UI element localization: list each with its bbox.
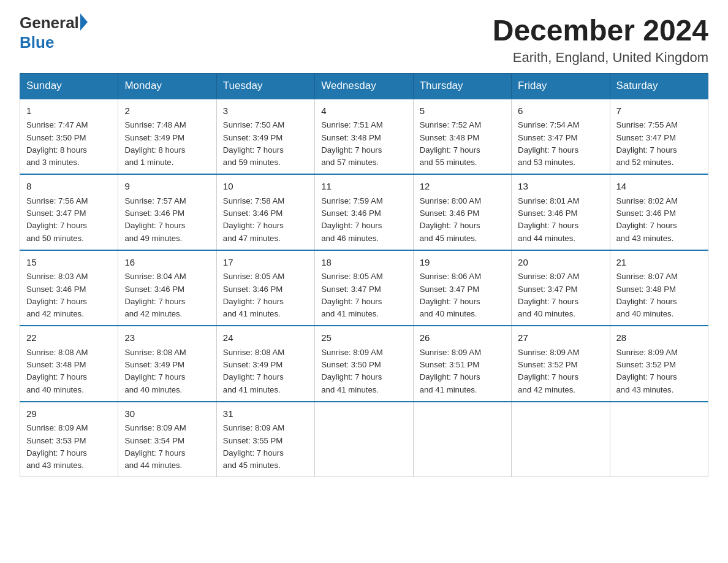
calendar-cell: 26Sunrise: 8:09 AMSunset: 3:51 PMDayligh… bbox=[413, 326, 511, 402]
calendar-cell: 20Sunrise: 8:07 AMSunset: 3:47 PMDayligh… bbox=[512, 250, 610, 326]
day-info: Sunrise: 7:58 AMSunset: 3:46 PMDaylight:… bbox=[223, 196, 284, 243]
day-number: 9 bbox=[124, 180, 210, 194]
calendar-table: SundayMondayTuesdayWednesdayThursdayFrid… bbox=[20, 73, 708, 478]
calendar-cell: 17Sunrise: 8:05 AMSunset: 3:46 PMDayligh… bbox=[216, 250, 314, 326]
day-info: Sunrise: 8:02 AMSunset: 3:46 PMDaylight:… bbox=[616, 196, 678, 243]
day-number: 12 bbox=[420, 180, 505, 194]
header-day-sunday: Sunday bbox=[20, 73, 118, 99]
day-number: 24 bbox=[223, 331, 308, 345]
day-number: 26 bbox=[420, 331, 505, 345]
calendar-cell: 3Sunrise: 7:50 AMSunset: 3:49 PMDaylight… bbox=[216, 99, 314, 175]
day-info: Sunrise: 8:09 AMSunset: 3:50 PMDaylight:… bbox=[321, 348, 382, 394]
calendar-cell: 24Sunrise: 8:08 AMSunset: 3:49 PMDayligh… bbox=[216, 326, 314, 402]
day-info: Sunrise: 7:54 AMSunset: 3:47 PMDaylight:… bbox=[518, 120, 579, 167]
calendar-cell bbox=[512, 402, 610, 477]
day-info: Sunrise: 8:08 AMSunset: 3:49 PMDaylight:… bbox=[124, 348, 186, 394]
calendar-cell: 2Sunrise: 7:48 AMSunset: 3:49 PMDaylight… bbox=[118, 99, 216, 175]
calendar-cell: 13Sunrise: 8:01 AMSunset: 3:46 PMDayligh… bbox=[512, 174, 610, 250]
day-number: 25 bbox=[321, 331, 406, 345]
day-info: Sunrise: 8:07 AMSunset: 3:48 PMDaylight:… bbox=[616, 272, 678, 318]
day-info: Sunrise: 8:01 AMSunset: 3:46 PMDaylight:… bbox=[518, 196, 579, 243]
day-info: Sunrise: 7:55 AMSunset: 3:47 PMDaylight:… bbox=[616, 120, 678, 167]
calendar-cell: 31Sunrise: 8:09 AMSunset: 3:55 PMDayligh… bbox=[216, 402, 314, 477]
logo-triangle-icon bbox=[80, 13, 88, 31]
calendar-cell: 10Sunrise: 7:58 AMSunset: 3:46 PMDayligh… bbox=[216, 174, 314, 250]
day-number: 19 bbox=[420, 256, 505, 270]
calendar-cell: 22Sunrise: 8:08 AMSunset: 3:48 PMDayligh… bbox=[20, 326, 118, 402]
calendar-cell: 19Sunrise: 8:06 AMSunset: 3:47 PMDayligh… bbox=[413, 250, 511, 326]
calendar-cell: 18Sunrise: 8:05 AMSunset: 3:47 PMDayligh… bbox=[315, 250, 413, 326]
day-number: 7 bbox=[616, 104, 702, 118]
day-number: 13 bbox=[518, 180, 603, 194]
day-info: Sunrise: 7:51 AMSunset: 3:48 PMDaylight:… bbox=[321, 120, 382, 167]
page-header: General Blue December 2024 Earith, Engla… bbox=[20, 15, 708, 66]
logo: General Blue bbox=[20, 15, 88, 50]
calendar-cell: 15Sunrise: 8:03 AMSunset: 3:46 PMDayligh… bbox=[20, 250, 118, 326]
day-number: 29 bbox=[26, 407, 112, 421]
calendar-cell: 6Sunrise: 7:54 AMSunset: 3:47 PMDaylight… bbox=[512, 99, 610, 175]
calendar-cell: 23Sunrise: 8:08 AMSunset: 3:49 PMDayligh… bbox=[118, 326, 216, 402]
day-number: 10 bbox=[223, 180, 308, 194]
calendar-cell: 29Sunrise: 8:09 AMSunset: 3:53 PMDayligh… bbox=[20, 402, 118, 477]
day-info: Sunrise: 7:56 AMSunset: 3:47 PMDaylight:… bbox=[26, 196, 88, 243]
logo-blue: Blue bbox=[20, 33, 54, 52]
header-day-friday: Friday bbox=[512, 73, 610, 99]
calendar-cell bbox=[315, 402, 413, 477]
day-number: 5 bbox=[420, 104, 505, 118]
calendar-cell bbox=[413, 402, 511, 477]
calendar-cell: 28Sunrise: 8:09 AMSunset: 3:52 PMDayligh… bbox=[610, 326, 708, 402]
day-info: Sunrise: 8:05 AMSunset: 3:47 PMDaylight:… bbox=[321, 272, 382, 318]
day-number: 15 bbox=[26, 256, 112, 270]
week-row-2: 8Sunrise: 7:56 AMSunset: 3:47 PMDaylight… bbox=[20, 174, 708, 250]
calendar-cell: 5Sunrise: 7:52 AMSunset: 3:48 PMDaylight… bbox=[413, 99, 511, 175]
calendar-cell: 14Sunrise: 8:02 AMSunset: 3:46 PMDayligh… bbox=[610, 174, 708, 250]
calendar-cell: 7Sunrise: 7:55 AMSunset: 3:47 PMDaylight… bbox=[610, 99, 708, 175]
calendar-cell: 21Sunrise: 8:07 AMSunset: 3:48 PMDayligh… bbox=[610, 250, 708, 326]
week-row-1: 1Sunrise: 7:47 AMSunset: 3:50 PMDaylight… bbox=[20, 99, 708, 175]
day-number: 28 bbox=[616, 331, 702, 345]
day-info: Sunrise: 8:09 AMSunset: 3:54 PMDaylight:… bbox=[124, 423, 186, 470]
header-day-saturday: Saturday bbox=[610, 73, 708, 99]
day-info: Sunrise: 7:48 AMSunset: 3:49 PMDaylight:… bbox=[124, 120, 186, 167]
day-info: Sunrise: 8:00 AMSunset: 3:46 PMDaylight:… bbox=[420, 196, 481, 243]
day-number: 4 bbox=[321, 104, 406, 118]
day-number: 3 bbox=[223, 104, 308, 118]
week-row-4: 22Sunrise: 8:08 AMSunset: 3:48 PMDayligh… bbox=[20, 326, 708, 402]
calendar-cell: 4Sunrise: 7:51 AMSunset: 3:48 PMDaylight… bbox=[315, 99, 413, 175]
day-info: Sunrise: 8:08 AMSunset: 3:49 PMDaylight:… bbox=[223, 348, 284, 394]
calendar-header: SundayMondayTuesdayWednesdayThursdayFrid… bbox=[20, 73, 708, 99]
day-info: Sunrise: 7:50 AMSunset: 3:49 PMDaylight:… bbox=[223, 120, 284, 167]
day-info: Sunrise: 7:52 AMSunset: 3:48 PMDaylight:… bbox=[420, 120, 481, 167]
day-number: 27 bbox=[518, 331, 603, 345]
calendar-cell: 9Sunrise: 7:57 AMSunset: 3:46 PMDaylight… bbox=[118, 174, 216, 250]
day-info: Sunrise: 8:06 AMSunset: 3:47 PMDaylight:… bbox=[420, 272, 481, 318]
logo-general: General bbox=[20, 13, 79, 32]
header-day-thursday: Thursday bbox=[413, 73, 511, 99]
week-row-5: 29Sunrise: 8:09 AMSunset: 3:53 PMDayligh… bbox=[20, 402, 708, 477]
calendar-cell: 30Sunrise: 8:09 AMSunset: 3:54 PMDayligh… bbox=[118, 402, 216, 477]
day-info: Sunrise: 7:59 AMSunset: 3:46 PMDaylight:… bbox=[321, 196, 382, 243]
day-number: 8 bbox=[26, 180, 112, 194]
calendar-cell bbox=[610, 402, 708, 477]
calendar-cell: 25Sunrise: 8:09 AMSunset: 3:50 PMDayligh… bbox=[315, 326, 413, 402]
day-number: 31 bbox=[223, 407, 308, 421]
day-number: 23 bbox=[124, 331, 210, 345]
calendar-cell: 1Sunrise: 7:47 AMSunset: 3:50 PMDaylight… bbox=[20, 99, 118, 175]
day-number: 2 bbox=[124, 104, 210, 118]
day-info: Sunrise: 8:03 AMSunset: 3:46 PMDaylight:… bbox=[26, 272, 88, 318]
location-subtitle: Earith, England, United Kingdom bbox=[493, 50, 708, 66]
day-info: Sunrise: 8:07 AMSunset: 3:47 PMDaylight:… bbox=[518, 272, 579, 318]
day-number: 30 bbox=[124, 407, 210, 421]
day-info: Sunrise: 8:04 AMSunset: 3:46 PMDaylight:… bbox=[124, 272, 186, 318]
day-info: Sunrise: 8:09 AMSunset: 3:52 PMDaylight:… bbox=[616, 348, 678, 394]
month-title: December 2024 bbox=[493, 15, 708, 47]
day-number: 18 bbox=[321, 256, 406, 270]
calendar-cell: 11Sunrise: 7:59 AMSunset: 3:46 PMDayligh… bbox=[315, 174, 413, 250]
day-info: Sunrise: 8:05 AMSunset: 3:46 PMDaylight:… bbox=[223, 272, 284, 318]
calendar-cell: 12Sunrise: 8:00 AMSunset: 3:46 PMDayligh… bbox=[413, 174, 511, 250]
calendar-cell: 27Sunrise: 8:09 AMSunset: 3:52 PMDayligh… bbox=[512, 326, 610, 402]
day-number: 17 bbox=[223, 256, 308, 270]
day-info: Sunrise: 8:09 AMSunset: 3:51 PMDaylight:… bbox=[420, 348, 481, 394]
day-info: Sunrise: 8:09 AMSunset: 3:52 PMDaylight:… bbox=[518, 348, 579, 394]
day-info: Sunrise: 7:57 AMSunset: 3:46 PMDaylight:… bbox=[124, 196, 186, 243]
